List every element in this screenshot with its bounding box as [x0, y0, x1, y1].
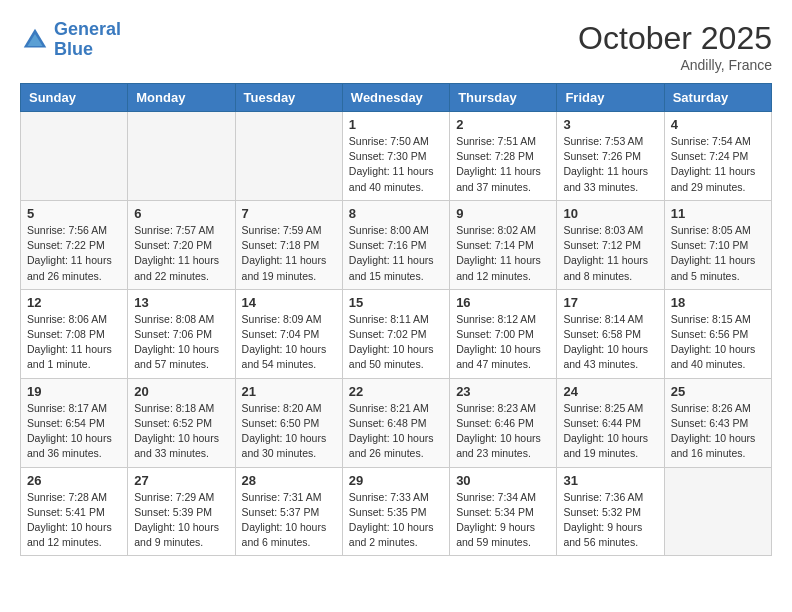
calendar-cell: 26Sunrise: 7:28 AM Sunset: 5:41 PM Dayli… [21, 467, 128, 556]
day-number: 10 [563, 206, 657, 221]
calendar-cell: 27Sunrise: 7:29 AM Sunset: 5:39 PM Dayli… [128, 467, 235, 556]
calendar-cell: 17Sunrise: 8:14 AM Sunset: 6:58 PM Dayli… [557, 289, 664, 378]
day-number: 27 [134, 473, 228, 488]
day-info: Sunrise: 8:00 AM Sunset: 7:16 PM Dayligh… [349, 223, 443, 284]
day-info: Sunrise: 8:09 AM Sunset: 7:04 PM Dayligh… [242, 312, 336, 373]
day-info: Sunrise: 7:31 AM Sunset: 5:37 PM Dayligh… [242, 490, 336, 551]
calendar-week-2: 5Sunrise: 7:56 AM Sunset: 7:22 PM Daylig… [21, 200, 772, 289]
calendar-cell: 4Sunrise: 7:54 AM Sunset: 7:24 PM Daylig… [664, 112, 771, 201]
day-number: 15 [349, 295, 443, 310]
calendar-cell: 8Sunrise: 8:00 AM Sunset: 7:16 PM Daylig… [342, 200, 449, 289]
day-info: Sunrise: 8:15 AM Sunset: 6:56 PM Dayligh… [671, 312, 765, 373]
calendar-cell: 23Sunrise: 8:23 AM Sunset: 6:46 PM Dayli… [450, 378, 557, 467]
day-number: 16 [456, 295, 550, 310]
day-info: Sunrise: 8:12 AM Sunset: 7:00 PM Dayligh… [456, 312, 550, 373]
day-number: 2 [456, 117, 550, 132]
day-number: 4 [671, 117, 765, 132]
calendar-cell: 10Sunrise: 8:03 AM Sunset: 7:12 PM Dayli… [557, 200, 664, 289]
calendar-cell: 20Sunrise: 8:18 AM Sunset: 6:52 PM Dayli… [128, 378, 235, 467]
day-header-saturday: Saturday [664, 84, 771, 112]
day-number: 31 [563, 473, 657, 488]
day-number: 7 [242, 206, 336, 221]
calendar-cell: 11Sunrise: 8:05 AM Sunset: 7:10 PM Dayli… [664, 200, 771, 289]
calendar-cell: 21Sunrise: 8:20 AM Sunset: 6:50 PM Dayli… [235, 378, 342, 467]
day-number: 9 [456, 206, 550, 221]
day-info: Sunrise: 8:17 AM Sunset: 6:54 PM Dayligh… [27, 401, 121, 462]
day-info: Sunrise: 8:03 AM Sunset: 7:12 PM Dayligh… [563, 223, 657, 284]
calendar-header-row: SundayMondayTuesdayWednesdayThursdayFrid… [21, 84, 772, 112]
calendar-week-1: 1Sunrise: 7:50 AM Sunset: 7:30 PM Daylig… [21, 112, 772, 201]
day-number: 23 [456, 384, 550, 399]
day-info: Sunrise: 8:23 AM Sunset: 6:46 PM Dayligh… [456, 401, 550, 462]
day-header-monday: Monday [128, 84, 235, 112]
day-info: Sunrise: 8:18 AM Sunset: 6:52 PM Dayligh… [134, 401, 228, 462]
calendar-cell: 22Sunrise: 8:21 AM Sunset: 6:48 PM Dayli… [342, 378, 449, 467]
day-info: Sunrise: 8:11 AM Sunset: 7:02 PM Dayligh… [349, 312, 443, 373]
day-info: Sunrise: 8:25 AM Sunset: 6:44 PM Dayligh… [563, 401, 657, 462]
day-number: 5 [27, 206, 121, 221]
day-info: Sunrise: 7:29 AM Sunset: 5:39 PM Dayligh… [134, 490, 228, 551]
day-header-sunday: Sunday [21, 84, 128, 112]
day-info: Sunrise: 8:06 AM Sunset: 7:08 PM Dayligh… [27, 312, 121, 373]
title-block: October 2025 Andilly, France [578, 20, 772, 73]
day-number: 11 [671, 206, 765, 221]
calendar-cell: 9Sunrise: 8:02 AM Sunset: 7:14 PM Daylig… [450, 200, 557, 289]
calendar-cell: 31Sunrise: 7:36 AM Sunset: 5:32 PM Dayli… [557, 467, 664, 556]
calendar-cell: 29Sunrise: 7:33 AM Sunset: 5:35 PM Dayli… [342, 467, 449, 556]
logo-blue: Blue [54, 39, 93, 59]
day-number: 30 [456, 473, 550, 488]
day-header-tuesday: Tuesday [235, 84, 342, 112]
calendar-cell: 5Sunrise: 7:56 AM Sunset: 7:22 PM Daylig… [21, 200, 128, 289]
calendar: SundayMondayTuesdayWednesdayThursdayFrid… [20, 83, 772, 556]
day-number: 22 [349, 384, 443, 399]
calendar-week-5: 26Sunrise: 7:28 AM Sunset: 5:41 PM Dayli… [21, 467, 772, 556]
day-info: Sunrise: 8:26 AM Sunset: 6:43 PM Dayligh… [671, 401, 765, 462]
calendar-cell: 19Sunrise: 8:17 AM Sunset: 6:54 PM Dayli… [21, 378, 128, 467]
day-info: Sunrise: 7:34 AM Sunset: 5:34 PM Dayligh… [456, 490, 550, 551]
calendar-cell: 30Sunrise: 7:34 AM Sunset: 5:34 PM Dayli… [450, 467, 557, 556]
day-info: Sunrise: 7:54 AM Sunset: 7:24 PM Dayligh… [671, 134, 765, 195]
logo-icon [20, 25, 50, 55]
logo: General Blue [20, 20, 121, 60]
day-number: 20 [134, 384, 228, 399]
day-info: Sunrise: 7:33 AM Sunset: 5:35 PM Dayligh… [349, 490, 443, 551]
day-number: 24 [563, 384, 657, 399]
day-info: Sunrise: 7:56 AM Sunset: 7:22 PM Dayligh… [27, 223, 121, 284]
day-info: Sunrise: 7:59 AM Sunset: 7:18 PM Dayligh… [242, 223, 336, 284]
calendar-cell: 15Sunrise: 8:11 AM Sunset: 7:02 PM Dayli… [342, 289, 449, 378]
calendar-week-4: 19Sunrise: 8:17 AM Sunset: 6:54 PM Dayli… [21, 378, 772, 467]
day-info: Sunrise: 8:08 AM Sunset: 7:06 PM Dayligh… [134, 312, 228, 373]
calendar-cell: 13Sunrise: 8:08 AM Sunset: 7:06 PM Dayli… [128, 289, 235, 378]
day-number: 26 [27, 473, 121, 488]
day-info: Sunrise: 8:14 AM Sunset: 6:58 PM Dayligh… [563, 312, 657, 373]
location: Andilly, France [578, 57, 772, 73]
day-number: 8 [349, 206, 443, 221]
calendar-cell [21, 112, 128, 201]
day-info: Sunrise: 7:53 AM Sunset: 7:26 PM Dayligh… [563, 134, 657, 195]
day-number: 28 [242, 473, 336, 488]
day-number: 21 [242, 384, 336, 399]
day-number: 17 [563, 295, 657, 310]
day-number: 3 [563, 117, 657, 132]
day-number: 6 [134, 206, 228, 221]
calendar-week-3: 12Sunrise: 8:06 AM Sunset: 7:08 PM Dayli… [21, 289, 772, 378]
day-number: 1 [349, 117, 443, 132]
calendar-cell: 25Sunrise: 8:26 AM Sunset: 6:43 PM Dayli… [664, 378, 771, 467]
calendar-cell: 28Sunrise: 7:31 AM Sunset: 5:37 PM Dayli… [235, 467, 342, 556]
calendar-cell: 6Sunrise: 7:57 AM Sunset: 7:20 PM Daylig… [128, 200, 235, 289]
day-info: Sunrise: 8:20 AM Sunset: 6:50 PM Dayligh… [242, 401, 336, 462]
day-header-thursday: Thursday [450, 84, 557, 112]
day-number: 29 [349, 473, 443, 488]
calendar-cell: 1Sunrise: 7:50 AM Sunset: 7:30 PM Daylig… [342, 112, 449, 201]
day-info: Sunrise: 7:57 AM Sunset: 7:20 PM Dayligh… [134, 223, 228, 284]
page: General Blue October 2025 Andilly, Franc… [0, 0, 792, 566]
header: General Blue October 2025 Andilly, Franc… [20, 20, 772, 73]
calendar-cell: 3Sunrise: 7:53 AM Sunset: 7:26 PM Daylig… [557, 112, 664, 201]
logo-text: General Blue [54, 20, 121, 60]
day-info: Sunrise: 7:36 AM Sunset: 5:32 PM Dayligh… [563, 490, 657, 551]
calendar-cell: 2Sunrise: 7:51 AM Sunset: 7:28 PM Daylig… [450, 112, 557, 201]
calendar-cell: 24Sunrise: 8:25 AM Sunset: 6:44 PM Dayli… [557, 378, 664, 467]
day-info: Sunrise: 8:05 AM Sunset: 7:10 PM Dayligh… [671, 223, 765, 284]
calendar-cell: 14Sunrise: 8:09 AM Sunset: 7:04 PM Dayli… [235, 289, 342, 378]
calendar-cell [664, 467, 771, 556]
